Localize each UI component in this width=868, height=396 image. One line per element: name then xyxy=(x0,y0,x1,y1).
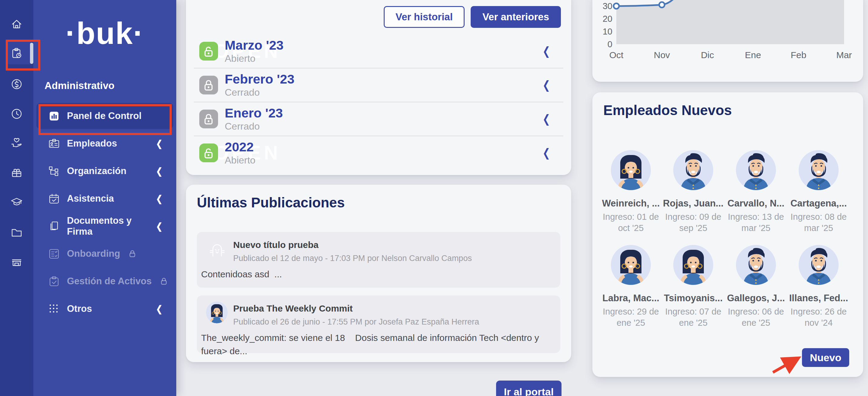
chevron-left-icon[interactable]: ❮ xyxy=(156,194,162,204)
dollar-icon[interactable] xyxy=(10,77,23,91)
employee-ingreso-line2: nov '24 xyxy=(787,317,850,329)
employee-name: Carvallo, N... xyxy=(724,198,788,209)
avatar xyxy=(799,150,839,190)
padlock-icon xyxy=(199,76,218,95)
avatar xyxy=(673,150,713,190)
chevron-left-icon[interactable]: ❮ xyxy=(542,44,550,58)
svg-text:Dic: Dic xyxy=(701,50,714,60)
period-row[interactable]: Enero '23 Cerrado ❮ xyxy=(194,102,563,136)
chevron-left-icon[interactable]: ❮ xyxy=(156,166,162,176)
menu-item-label: Empleados xyxy=(67,138,117,149)
menu-item-label: Onboarding xyxy=(67,248,120,259)
publication-item[interactable]: Nuevo título prueba Publicado el 12 de m… xyxy=(197,232,560,288)
id-card-icon xyxy=(49,138,60,149)
line-chart: 0102030OctNovDicEneFebMar xyxy=(592,0,863,82)
employee-ingreso-line1: Ingreso: 01 de xyxy=(599,211,663,223)
sidebar-item-gesti-n-de-activos[interactable]: Gestión de Activos xyxy=(36,268,173,294)
publication-title: Nuevo título prueba xyxy=(233,240,319,250)
employee-card[interactable]: Carvallo, N... Ingreso: 13 de mar '25 xyxy=(724,150,788,234)
period-row[interactable]: OPEN Marzo '23 Abierto ❮ xyxy=(194,34,563,68)
employee-card[interactable]: Labra, Mac... Ingreso: 29 de ene '25 xyxy=(599,245,663,329)
ver-historial-button[interactable]: Ver historial xyxy=(384,6,465,28)
sidebar-item-documentos-y-firma[interactable]: Documentos y Firma ❮ xyxy=(36,213,173,239)
sidebar-item-asistencia[interactable]: Asistencia ❮ xyxy=(36,186,173,211)
buk-logo: ·buk· xyxy=(33,16,176,51)
folder-icon[interactable] xyxy=(10,226,23,239)
publication-meta: Publicado el 12 de mayo - 17:03 PM por N… xyxy=(233,254,472,263)
grid-dots-icon xyxy=(49,303,60,315)
chevron-left-icon[interactable]: ❮ xyxy=(542,78,550,92)
employee-card[interactable]: Gallegos, J... Ingreso: 06 de ene '25 xyxy=(724,245,788,329)
publication-meta: Publicado el 26 de junio - 17:55 PM por … xyxy=(233,317,479,327)
menu-item-label: Documentos y Firma xyxy=(67,215,155,237)
sidebar-item-panel-de-control[interactable]: Panel de Control xyxy=(36,103,173,129)
employee-ingreso-line1: Ingreso: 13 de xyxy=(724,211,788,223)
app-root: ·buk· Administrativo Panel de Control Em… xyxy=(0,0,868,396)
menu-item-label: Otros xyxy=(67,303,92,314)
padlock-icon xyxy=(199,143,218,162)
hand-heart-icon[interactable] xyxy=(10,136,23,150)
chevron-left-icon[interactable]: ❮ xyxy=(542,146,550,160)
sidebar-item-otros[interactable]: Otros ❮ xyxy=(36,296,173,322)
employee-card[interactable]: Cartagena,... Ingreso: 08 de mar '25 xyxy=(787,150,850,234)
gift-icon[interactable] xyxy=(10,166,23,179)
ver-anteriores-button[interactable]: Ver anteriores xyxy=(471,6,561,28)
employee-name: Weinreich, ... xyxy=(599,198,663,209)
svg-text:Ene: Ene xyxy=(745,50,761,60)
period-status: Abierto xyxy=(225,53,283,65)
nuevo-button[interactable]: Nuevo xyxy=(802,348,849,367)
chevron-left-icon[interactable]: ❮ xyxy=(542,112,550,126)
clipboard-clock-icon[interactable] xyxy=(10,47,23,60)
store-icon[interactable] xyxy=(10,255,23,268)
employee-ingreso-line2: mar '25 xyxy=(724,223,788,234)
publication-item[interactable]: Prueba The Weekly Commit Publicado el 26… xyxy=(197,296,560,353)
period-name: Marzo '23 xyxy=(225,38,283,53)
employee-ingreso-line2: oct '25 xyxy=(599,223,663,234)
chevron-left-icon[interactable]: ❮ xyxy=(156,138,162,149)
avatar xyxy=(799,245,839,285)
chevron-left-icon[interactable]: ❮ xyxy=(156,304,162,314)
sidebar-section-label: Administrativo xyxy=(44,80,115,92)
graduation-cap-icon[interactable] xyxy=(10,196,23,209)
period-status: Cerrado xyxy=(225,86,294,98)
publication-body: Contenidoas asd ... xyxy=(201,268,554,281)
svg-text:Oct: Oct xyxy=(609,50,624,60)
employee-card[interactable]: Weinreich, ... Ingreso: 01 de oct '25 xyxy=(599,150,663,234)
rail-scrollbar[interactable] xyxy=(30,43,33,64)
clipboard-check-icon xyxy=(49,276,60,287)
chevron-left-icon[interactable]: ❮ xyxy=(156,221,162,232)
new-employees-title: Empleados Nuevos xyxy=(603,102,732,119)
sidebar-item-organizaci-n[interactable]: Organización ❮ xyxy=(36,158,173,184)
padlock-icon xyxy=(199,42,218,61)
home-icon[interactable] xyxy=(10,18,23,31)
sidebar-item-onboarding[interactable]: Onboarding xyxy=(36,241,173,267)
ghost-icon xyxy=(208,240,226,259)
employee-name: Labra, Mac... xyxy=(599,293,663,304)
employee-ingreso-line2: ene '25 xyxy=(599,317,663,329)
employee-ingreso-line1: Ingreso: 08 de xyxy=(787,211,850,223)
period-name: 2022 xyxy=(225,139,255,154)
employee-card[interactable]: Illanes, Fed... Ingreso: 26 de nov '24 xyxy=(787,245,850,329)
menu-item-label: Panel de Control xyxy=(67,110,142,122)
bar-chart-icon xyxy=(49,110,60,122)
svg-text:30: 30 xyxy=(603,1,612,11)
new-employees-card: Empleados Nuevos Weinreich, ... Ingreso:… xyxy=(592,92,863,377)
svg-text:0: 0 xyxy=(608,39,612,49)
employee-name: Cartagena,... xyxy=(787,198,850,209)
period-row[interactable]: OPEN 2022 Abierto ❮ xyxy=(194,136,563,169)
ir-al-portal-button[interactable]: Ir al portal xyxy=(496,381,561,396)
clock-icon[interactable] xyxy=(10,107,23,121)
sidebar-item-empleados[interactable]: Empleados ❮ xyxy=(36,131,173,157)
employee-card[interactable]: Tsimoyanis... Ingreso: 07 de ene '25 xyxy=(661,245,725,329)
employee-name: Tsimoyanis... xyxy=(661,293,725,304)
avatar xyxy=(611,245,651,285)
employee-ingreso-line1: Ingreso: 07 de xyxy=(661,306,725,317)
calendar-check-icon xyxy=(49,193,60,204)
publications-title: Últimas Publicaciones xyxy=(197,194,345,211)
employee-card[interactable]: Rojas, Juan... Ingreso: 09 de sep '25 xyxy=(661,150,725,234)
period-name: Febrero '23 xyxy=(225,72,294,86)
period-row[interactable]: Febrero '23 Cerrado ❮ xyxy=(194,68,563,102)
svg-text:Nov: Nov xyxy=(654,50,670,60)
lock-icon xyxy=(160,277,168,286)
employee-name: Illanes, Fed... xyxy=(787,293,850,304)
